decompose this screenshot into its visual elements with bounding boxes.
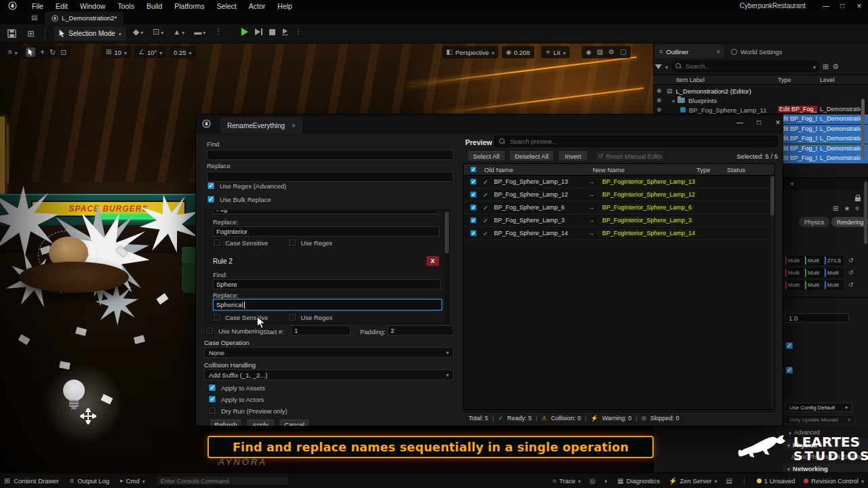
chevron-down-icon[interactable] [665, 63, 668, 70]
show-flags-icon[interactable] [586, 49, 591, 56]
maximize-viewport-icon[interactable] [620, 49, 626, 56]
rule1-case-sensitive-checkbox[interactable] [213, 239, 221, 247]
invert-button[interactable]: Invert [558, 150, 588, 161]
rules-scrollbar-thumb[interactable] [445, 211, 449, 253]
play-options-icon[interactable] [295, 28, 302, 35]
menu-edit[interactable]: Edit [50, 2, 74, 10]
actor-type-edit-link[interactable]: Edit BP_Fog_Sp [778, 145, 817, 152]
statusbar-overflow-icon[interactable] [741, 478, 748, 485]
rotation-snap-control[interactable]: 10° [134, 46, 166, 58]
skip-frame-button[interactable] [255, 28, 262, 35]
window-maximize-button[interactable]: □ [834, 3, 850, 9]
column-level[interactable]: Level [820, 77, 835, 83]
quick-add-button[interactable] [153, 28, 163, 36]
reset-to-default-icon[interactable]: ↺ [848, 282, 854, 288]
apply-button[interactable]: Apply [246, 419, 275, 426]
unsaved-button[interactable]: 1 Unsaved [757, 477, 795, 485]
dialog-tab-close-icon[interactable]: × [292, 122, 296, 129]
padding-input[interactable]: 2 [387, 325, 454, 336]
outliner-search-input[interactable] [671, 61, 819, 72]
diagnostics-button[interactable]: Diagnostics [617, 477, 660, 485]
details-display-icon[interactable] [833, 205, 838, 212]
outliner-scrollbar[interactable] [861, 99, 865, 159]
vector-y-field[interactable]: Multi [805, 281, 823, 289]
filter-icon[interactable] [655, 64, 662, 69]
stop-button[interactable] [269, 29, 275, 35]
vector-z-field[interactable]: Multi [825, 268, 843, 277]
chevron-down-icon[interactable] [813, 63, 816, 70]
cmd-dropdown[interactable]: ▸ Cmd [120, 477, 145, 485]
lock-icon[interactable] [855, 197, 861, 201]
dialog-maximize-button[interactable]: □ [753, 119, 765, 126]
select-all-header-checkbox[interactable] [470, 166, 477, 173]
actor-type-edit-link[interactable]: Edit BP_Fog_Sp [778, 125, 817, 132]
outliner-tab[interactable]: Outliner × [655, 45, 724, 58]
perspective-dropdown[interactable]: Perspective [442, 46, 498, 58]
refresh-button[interactable]: Refresh [210, 419, 242, 426]
dialog-titlebar[interactable]: RenameEverything × — □ × [196, 115, 783, 134]
scale-tool-icon[interactable] [60, 49, 66, 56]
row-checkbox[interactable] [470, 204, 477, 211]
expand-caret-icon[interactable] [672, 97, 675, 104]
window-minimize-button[interactable]: — [818, 3, 834, 9]
menu-window[interactable]: Window [74, 2, 111, 10]
visibility-eye-icon[interactable] [657, 89, 661, 93]
vector-x-field[interactable]: Multi [785, 256, 804, 265]
actor-type-edit-link[interactable]: Edit BP_Fog_Sp [778, 115, 817, 122]
outliner-add-icon[interactable] [823, 63, 829, 70]
menu-file[interactable]: File [26, 2, 50, 10]
layout-icon[interactable] [31, 14, 37, 21]
rule2-use-regex-checkbox[interactable] [288, 313, 296, 321]
outliner-row-actor[interactable]: BP_Fog_Sphere_Lamp_11 Edit BP_Fog_Sp L_D… [653, 105, 868, 115]
menu-build[interactable]: Build [140, 2, 168, 10]
column-type[interactable]: Type [778, 77, 791, 83]
case-operation-dropdown[interactable]: None [204, 347, 454, 358]
rules-scroll-area[interactable]: Fog Replace: FogInterior Case Sensitive … [204, 209, 450, 324]
preview-row[interactable]: ✓ BP_Fog_Sphere_Lamp_14 → BP_FogInterior… [464, 227, 774, 240]
launch-button[interactable] [282, 28, 288, 36]
row-checkbox[interactable] [470, 178, 477, 185]
rule1-use-regex-checkbox[interactable] [288, 239, 296, 247]
move-tool-icon[interactable] [40, 48, 45, 56]
details-filter-tab-rendering[interactable]: Rendering [831, 217, 868, 227]
output-log-button[interactable]: Output Log [70, 477, 109, 485]
zen-server-dropdown[interactable]: ⚡ Zen Server [669, 477, 717, 485]
reset-to-default-icon[interactable]: ↺ [848, 270, 854, 276]
menu-actor[interactable]: Actor [243, 2, 272, 10]
preview-row[interactable]: ✓ BP_Fog_Sphere_Lamp_3 → BP_FogInterior_… [464, 214, 774, 227]
trace-dropdown[interactable]: Trace [553, 477, 580, 485]
dry-run-checkbox[interactable] [208, 407, 216, 415]
rule1-replace-input[interactable]: FogInterior [213, 226, 439, 237]
grid-snap-control[interactable]: 10 [102, 46, 131, 58]
details-close-icon[interactable]: × [790, 180, 794, 188]
viewport-menu-button[interactable] [4, 46, 22, 58]
use-numbering-checkbox[interactable] [205, 327, 214, 335]
rule2-find-input[interactable]: Sphere [213, 279, 441, 289]
view-mode-dropdown[interactable]: Lit [541, 46, 570, 58]
start-number-input[interactable]: 1 [291, 325, 351, 336]
blueprints-menu-button[interactable]: ◆ [133, 28, 143, 36]
details-checkbox[interactable] [785, 366, 793, 374]
select-all-button[interactable]: Select All [467, 150, 505, 161]
preview-row[interactable]: ✓ BP_Fog_Sphere_Lamp_6 → BP_FogInterior_… [464, 201, 774, 214]
vector-y-field[interactable]: Multi [805, 268, 823, 277]
content-browser-icon[interactable] [27, 29, 35, 38]
tab-level[interactable]: L_Demonstration2* [45, 12, 123, 24]
outliner-row-root[interactable]: L_Demonstration2 (Editor) [653, 86, 868, 96]
rule2-remove-button[interactable]: X [426, 256, 439, 266]
actor-type-edit-link[interactable]: Edit BP_Fog_Sp [778, 106, 817, 113]
landscape-mode-button[interactable]: ▲ [173, 28, 184, 36]
save-icon[interactable] [7, 28, 17, 40]
details-menu-icon[interactable] [855, 205, 859, 212]
column-item-label[interactable]: Item Label [676, 77, 705, 83]
column-new-name[interactable]: New Name [593, 166, 625, 174]
unreal-logo-icon[interactable] [8, 1, 17, 12]
row-checkbox[interactable] [470, 217, 477, 224]
outliner-settings-icon[interactable] [832, 63, 839, 70]
cinematics-button[interactable]: ▬ [194, 28, 205, 36]
vector-x-field[interactable]: Multi [785, 268, 804, 277]
scale-snap-control[interactable]: 0.25 [170, 46, 196, 58]
find-input[interactable] [207, 150, 454, 160]
scalar-field[interactable]: 1.0 [785, 313, 849, 323]
replace-input[interactable] [207, 171, 454, 182]
